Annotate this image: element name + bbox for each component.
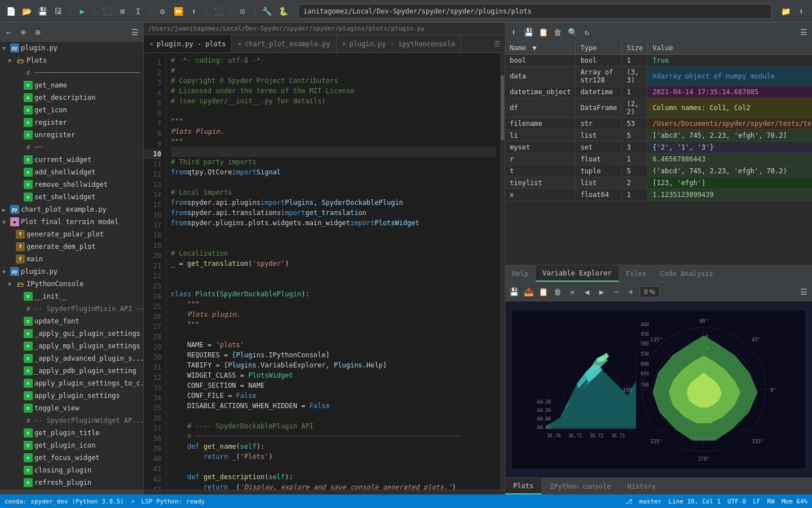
tree-item-get-icon[interactable]: m get_icon [0, 104, 143, 116]
tree-item-get-plugin-icon[interactable]: m get_plugin_icon [0, 439, 143, 452]
scrollbar-thumb[interactable] [501, 75, 504, 141]
tab-close-3[interactable]: ✕ [342, 40, 346, 47]
tab-code-analysis[interactable]: Code Analysis [654, 265, 721, 282]
plot-close-icon[interactable]: ✕ [566, 286, 579, 298]
var-row-bool[interactable]: bool bool 1 True [505, 55, 812, 67]
tree-item-init[interactable]: m __init__ [0, 290, 143, 303]
plot-next-icon[interactable]: ▶ [595, 286, 608, 298]
tree-item-apply-mpl[interactable]: m _apply_mpl_plugin_settings [0, 340, 143, 352]
col-type[interactable]: Type [576, 42, 622, 55]
tree-item-set-shell[interactable]: m set_shellwidget [0, 191, 143, 203]
col-size[interactable]: Size [622, 42, 648, 55]
editor-scrollbar[interactable] [500, 53, 505, 490]
var-row-data[interactable]: data Array of str128 (3, 3) ndarray obje… [505, 67, 812, 86]
sidebar-back-icon[interactable]: ← [2, 26, 15, 38]
plot-zoom-out-icon[interactable]: − [610, 286, 623, 298]
debug-icon[interactable]: ⚙ [156, 5, 169, 17]
sidebar-menu-icon[interactable]: ☰ [129, 26, 141, 38]
export-icon[interactable]: 💾 [522, 26, 535, 38]
new-file-icon[interactable]: 📄 [5, 5, 17, 17]
plot-save-icon[interactable]: 💾 [508, 286, 520, 298]
zoom-input[interactable] [639, 286, 660, 297]
tree-item-chart-py[interactable]: ▶ py chart_plot_example.py [0, 203, 143, 216]
tree-item-apply-to-c[interactable]: m apply_plugin_settings_to_c... [0, 377, 143, 389]
plot-copy-icon[interactable]: 📋 [537, 286, 549, 298]
tab-files[interactable]: Files [619, 265, 654, 282]
tab-close-1[interactable]: ✕ [149, 40, 153, 47]
var-row-t[interactable]: t tuple 5 ('abcd', 745, 2.23, 'efgh', 70… [505, 165, 812, 177]
tree-item-toggle-view[interactable]: m toggle_view [0, 402, 143, 414]
code-content[interactable]: # -*- coding: utf-8 -*- # # Copyright © … [166, 53, 500, 490]
tree-item-unregister[interactable]: m unregister [0, 129, 143, 141]
plot-prev-icon[interactable]: ◀ [581, 286, 593, 298]
upload-icon[interactable]: ⬆ [795, 5, 807, 17]
tree-item-get-name[interactable]: m get_name [0, 79, 143, 91]
tab-history[interactable]: History [620, 478, 665, 494]
editor-tab-menu[interactable]: ☰ [489, 40, 505, 48]
save-all-icon[interactable]: 🖫 [52, 5, 64, 17]
cursor-icon[interactable]: I [132, 5, 144, 17]
plot-menu-icon[interactable]: ☰ [797, 286, 810, 298]
tree-item-plugin-py-2[interactable]: ▼ py plugin.py [0, 265, 143, 278]
step-icon[interactable]: ⏩ [172, 5, 184, 17]
tree-item-dem[interactable]: f generate_dem_plot [0, 240, 143, 253]
tree-item-remove-shell[interactable]: m remove_shellwidget [0, 178, 143, 191]
save-icon[interactable]: 💾 [36, 5, 48, 17]
tab-close-2[interactable]: ✕ [237, 40, 241, 47]
tab-help[interactable]: Help [505, 265, 536, 282]
sidebar-scrollbar[interactable] [0, 490, 143, 494]
tree-item-plots-class[interactable]: ▼ 🗁 Plots [0, 54, 143, 67]
tree-item-ipython-class[interactable]: ▼ 🗁 IPythonConsole [0, 278, 143, 290]
var-row-x[interactable]: x float64 1 1.1235123099439 [505, 189, 812, 201]
var-row-tinylist[interactable]: tinylist list 2 [123, 'efgh'] [505, 177, 812, 189]
tree-item-add-shell[interactable]: m add_shellwidget [0, 166, 143, 178]
tree-item-apply-gui[interactable]: m _apply_gui_plugin_settings [0, 327, 143, 340]
var-row-li[interactable]: li list 5 ['abcd', 745, 2.23, 'efgh', 70… [505, 130, 812, 142]
pane-icon[interactable]: ⬛ [100, 5, 113, 17]
refresh-icon[interactable]: ↻ [581, 26, 593, 38]
tree-item-get-focus[interactable]: m get_focus_widget [0, 452, 143, 464]
plot-delete-icon[interactable]: 🗑 [551, 286, 564, 298]
open-file-icon[interactable]: 📂 [20, 5, 33, 17]
path-bar[interactable]: ianitagomez/Local/Dev-Spyder/spyder/spyd… [298, 4, 771, 19]
browse-icon[interactable]: 📁 [779, 5, 792, 17]
tree-item-polar[interactable]: f generate_polar_plot [0, 228, 143, 240]
tab-ipython-console[interactable]: IPython console [542, 478, 619, 494]
tree-item-apply-settings[interactable]: m apply_plugin_settings [0, 389, 143, 402]
editor-bottom-scrollbar[interactable] [144, 490, 505, 494]
import-icon[interactable]: ⬇ [508, 26, 520, 38]
tree-item-closing[interactable]: m closing_plugin [0, 464, 143, 476]
col-value[interactable]: Value [648, 42, 812, 55]
tab-chart-example[interactable]: ✕ chart_plot_example.py [232, 35, 336, 52]
tab-plots[interactable]: Plots [505, 478, 542, 494]
inspector-icon[interactable]: ⊡ [236, 5, 249, 17]
tree-item-get-title[interactable]: m get_plugin_title [0, 427, 143, 439]
var-row-myset[interactable]: myset set 3 {'2', '1', '3'} [505, 142, 812, 154]
split-icon[interactable]: ⊞ [116, 5, 129, 17]
var-row-datetime[interactable]: datetime_object datetime 1 2021-04-14 17… [505, 86, 812, 98]
tree-item-apply-pdb[interactable]: m _apply_pdb_plugin_setting [0, 365, 143, 377]
var-row-filename[interactable]: filename str 53 /Users/Documents/spyder/… [505, 118, 812, 130]
tree-item-current-widget[interactable]: m current_widget [0, 154, 143, 166]
tree-item-plugin-py-1[interactable]: ▼ py plugin.py [0, 42, 143, 54]
var-row-r[interactable]: r float 1 6.46567886443 [505, 154, 812, 165]
var-menu-icon[interactable]: ☰ [797, 26, 810, 38]
search-icon[interactable]: 🔍 [566, 26, 579, 38]
tree-item-register[interactable]: m register [0, 116, 143, 129]
tree-item-refresh[interactable]: m refresh_plugin [0, 476, 143, 489]
tree-item-apply-adv[interactable]: m _apply_advanced_plugin_s... [0, 352, 143, 365]
tab-plugin-plots[interactable]: ✕ plugin.py - plots [144, 35, 232, 52]
tree-item-update-font[interactable]: m update_font [0, 315, 143, 327]
sidebar-copy-icon[interactable]: ⊕ [17, 26, 29, 38]
tab-variable-explorer[interactable]: Variable Explorer [536, 265, 619, 282]
plot-zoom-in-icon[interactable]: + [625, 286, 637, 298]
col-name[interactable]: Name ▼ [505, 42, 576, 55]
export-copy-icon[interactable]: 📋 [537, 26, 549, 38]
tree-item-terrain-class[interactable]: ▼ ✱ Plot final terrain model [0, 216, 143, 228]
up-icon[interactable]: ⬆ [188, 5, 200, 17]
sidebar-more-icon[interactable]: ⊞ [32, 26, 44, 38]
tree-item-get-desc[interactable]: m get_description [0, 91, 143, 104]
tree-item-main[interactable]: f main [0, 253, 143, 265]
stop-icon[interactable]: ⬛ [212, 5, 224, 17]
run-icon[interactable]: ▶ [76, 5, 89, 17]
